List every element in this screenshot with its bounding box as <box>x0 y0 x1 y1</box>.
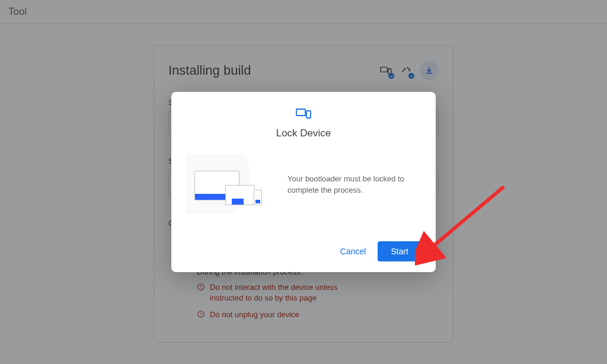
svg-rect-4 <box>296 109 305 116</box>
dialog-body-text: Your bootloader must be locked to comple… <box>287 173 421 196</box>
start-button[interactable]: Start <box>378 241 421 261</box>
dialog-icon-row <box>186 107 421 122</box>
lock-device-dialog: Lock Device Your bootloader must be lock… <box>171 92 436 272</box>
dialog-illustration <box>186 155 274 214</box>
devices-icon <box>296 107 311 122</box>
svg-rect-5 <box>306 111 311 118</box>
dialog-title: Lock Device <box>186 127 421 139</box>
cancel-button[interactable]: Cancel <box>333 241 373 261</box>
